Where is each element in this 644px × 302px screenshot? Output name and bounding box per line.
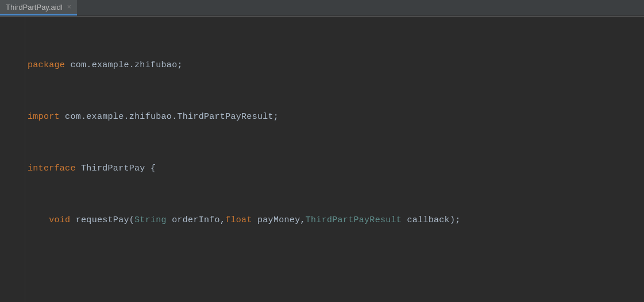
code-line-4: void requestPay(String orderInfo,float p…: [25, 212, 644, 229]
brace-open: {: [151, 164, 156, 173]
type-string: String: [134, 215, 167, 225]
gutter: [0, 17, 25, 302]
keyword-interface: interface: [28, 164, 76, 173]
code-content[interactable]: package com.example.zhifubao; import com…: [25, 17, 644, 302]
indent: [28, 215, 49, 225]
keyword-import: import: [28, 112, 60, 122]
tab-file[interactable]: ThirdPartPay.aidl ×: [0, 0, 77, 16]
package-path: com.example.zhifubao;: [65, 60, 183, 70]
tab-title: ThirdPartPay.aidl: [6, 3, 63, 11]
code-line-3: interface ThirdPartPay {: [25, 160, 644, 177]
method-open: requestPay(: [70, 215, 134, 225]
param-2: payMoney,: [252, 215, 306, 225]
keyword-package: package: [28, 60, 65, 70]
import-path: com.example.zhifubao.ThirdPartPayResult;: [60, 112, 279, 122]
type-float: float: [225, 215, 252, 225]
interface-name: ThirdPartPay: [76, 164, 151, 173]
keyword-void: void: [49, 215, 70, 225]
type-result: ThirdPartPayResult: [306, 215, 402, 225]
code-line-2: import com.example.zhifubao.ThirdPartPay…: [25, 109, 644, 126]
close-icon[interactable]: ×: [66, 3, 72, 11]
param-1: orderInfo,: [167, 215, 225, 225]
code-line-1: package com.example.zhifubao;: [25, 57, 644, 74]
tab-bar: ThirdPartPay.aidl ×: [0, 0, 644, 16]
param-3: callback);: [402, 215, 460, 225]
editor-area[interactable]: package com.example.zhifubao; import com…: [0, 16, 644, 302]
code-line-5: [25, 264, 644, 281]
